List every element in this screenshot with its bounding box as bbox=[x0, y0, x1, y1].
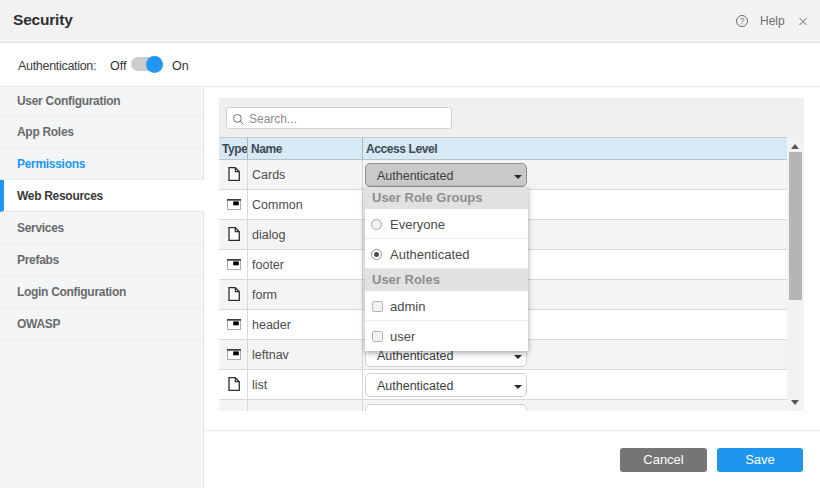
svg-text:?: ? bbox=[740, 16, 745, 26]
